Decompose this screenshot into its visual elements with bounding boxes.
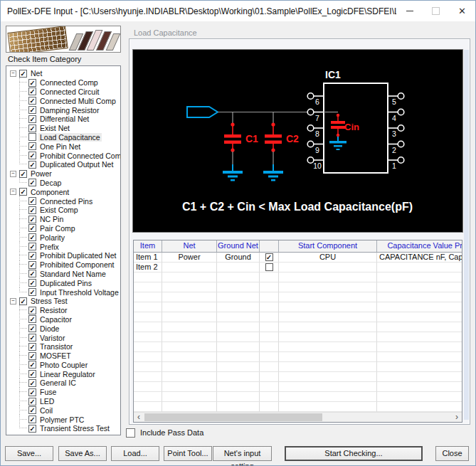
- tree-item-net[interactable]: −✓Net: [9, 69, 120, 78]
- cell-item-6[interactable]: [134, 302, 162, 312]
- cell-ground-net-10[interactable]: [217, 342, 260, 352]
- checkbox[interactable]: ✓: [28, 261, 36, 269]
- maximize-button[interactable]: [423, 1, 449, 21]
- tree-item-damping-resistor[interactable]: ✓Damping Resistor: [9, 105, 120, 115]
- cell-net-14[interactable]: [162, 382, 217, 392]
- cell-net-1[interactable]: Power: [162, 253, 217, 263]
- cell-start-component-13[interactable]: [279, 372, 377, 382]
- tree-item-transistor[interactable]: ✓Transistor: [9, 342, 120, 351]
- cell-start-component-9[interactable]: [279, 332, 377, 342]
- row-checkbox[interactable]: [265, 263, 273, 271]
- checkbox[interactable]: ✓: [28, 197, 36, 205]
- cell-item-8[interactable]: [134, 322, 162, 332]
- cell-net-5[interactable]: [162, 292, 217, 302]
- checkbox[interactable]: ✓: [28, 279, 36, 287]
- include-pass-data-checkbox[interactable]: [126, 428, 135, 438]
- tree-item-duplicated-pins[interactable]: ✓Duplicated Pins: [9, 278, 120, 287]
- tree-item-load-capacitance[interactable]: Load Capacitance: [9, 133, 120, 142]
- cell-ground-net-9[interactable]: [217, 332, 260, 342]
- checkbox[interactable]: ✓: [28, 425, 36, 433]
- checkbox[interactable]: ✓: [28, 334, 36, 341]
- scroll-left-button[interactable]: ‹: [134, 413, 144, 422]
- tree-item-connected-pins[interactable]: ✓Connected Pins: [9, 196, 120, 206]
- tree-item-polarity[interactable]: ✓Polarity: [9, 233, 120, 242]
- cell-net-9[interactable]: [162, 332, 217, 342]
- cell-net-12[interactable]: [162, 362, 217, 372]
- tree-item-connected-circuit[interactable]: ✓Connected Circuit: [9, 88, 120, 97]
- cell-start-component-4[interactable]: [279, 282, 377, 292]
- checkbox[interactable]: ✓: [28, 379, 36, 387]
- checkbox[interactable]: ✓: [28, 243, 36, 250]
- cell-capacitance-value-pr-11[interactable]: [377, 352, 462, 362]
- cell-blank-7[interactable]: [260, 312, 279, 322]
- cell-net-13[interactable]: [162, 372, 217, 382]
- cell-net-4[interactable]: [162, 282, 217, 292]
- cell-start-component-5[interactable]: [279, 292, 377, 302]
- tree-item-exist-net[interactable]: ✓Exist Net: [9, 124, 120, 133]
- cell-ground-net-12[interactable]: [217, 362, 260, 372]
- cell-blank-10[interactable]: [260, 342, 279, 352]
- horizontal-scrollbar[interactable]: ‹ ›: [134, 412, 462, 422]
- tree-item-general-ic[interactable]: ✓General IC: [9, 378, 120, 388]
- tree-item-pair-comp[interactable]: ✓Pair Comp: [9, 224, 120, 233]
- cell-ground-net-14[interactable]: [217, 382, 260, 392]
- cell-blank-11[interactable]: [260, 352, 279, 362]
- tree-item-prohibit-duplicated-net[interactable]: ✓Prohibit Duplicated Net: [9, 251, 120, 260]
- checkbox[interactable]: ✓: [28, 324, 36, 332]
- cell-item-4[interactable]: [134, 282, 162, 292]
- cell-capacitance-value-pr-6[interactable]: [377, 302, 462, 312]
- close-button[interactable]: ✕: [449, 1, 475, 21]
- tree-item-power[interactable]: −✓Power: [9, 169, 120, 179]
- checkbox[interactable]: ✓: [28, 315, 36, 323]
- tree-item-input-threshold-voltage[interactable]: ✓Input Threshold Voltage: [9, 287, 120, 297]
- cell-start-component-7[interactable]: [279, 312, 377, 322]
- checkbox[interactable]: ✓: [28, 398, 36, 406]
- scroll-right-button[interactable]: ›: [452, 413, 462, 422]
- vertical-scrollbar-track[interactable]: [464, 50, 469, 420]
- cell-blank-8[interactable]: [260, 322, 279, 332]
- cell-start-component-3[interactable]: [279, 272, 377, 282]
- cell-capacitance-value-pr-13[interactable]: [377, 372, 462, 382]
- cell-capacitance-value-pr-1[interactable]: CAPACITANCE nF, Capa: [377, 253, 462, 263]
- save-button[interactable]: Save...: [5, 446, 53, 461]
- cell-blank-15[interactable]: [260, 392, 279, 402]
- cell-blank-14[interactable]: [260, 382, 279, 392]
- cell-item-1[interactable]: Item 1: [134, 253, 162, 263]
- cell-start-component-2[interactable]: [279, 263, 377, 272]
- cell-item-16[interactable]: [134, 402, 162, 412]
- tree-item-led[interactable]: ✓LED: [9, 397, 120, 406]
- collapse-icon[interactable]: −: [10, 298, 16, 305]
- cell-start-component-10[interactable]: [279, 342, 377, 352]
- cell-net-6[interactable]: [162, 302, 217, 312]
- start-checking-button[interactable]: Start Checking...: [285, 446, 423, 461]
- cell-start-component-16[interactable]: [279, 402, 377, 412]
- cell-ground-net-13[interactable]: [217, 372, 260, 382]
- cell-capacitance-value-pr-8[interactable]: [377, 322, 462, 332]
- cell-start-component-12[interactable]: [279, 362, 377, 372]
- save-as-button[interactable]: Save As...: [58, 446, 107, 461]
- tree-item-varistor[interactable]: ✓Varistor: [9, 333, 120, 342]
- cell-item-7[interactable]: [134, 312, 162, 322]
- cell-net-2[interactable]: [162, 263, 217, 272]
- checkbox[interactable]: ✓: [19, 297, 27, 305]
- cell-item-11[interactable]: [134, 352, 162, 362]
- cell-blank-16[interactable]: [260, 402, 279, 412]
- tree-item-transient-stress-test[interactable]: ✓Transient Stress Test: [9, 424, 120, 433]
- close-dialog-button[interactable]: Close: [435, 446, 469, 461]
- cell-blank-6[interactable]: [260, 302, 279, 312]
- cell-blank-13[interactable]: [260, 372, 279, 382]
- cell-capacitance-value-pr-15[interactable]: [377, 392, 462, 402]
- tree-item-stress-test[interactable]: −✓Stress Test: [9, 297, 120, 306]
- row-checkbox[interactable]: ✓: [265, 253, 273, 261]
- cell-capacitance-value-pr-10[interactable]: [377, 342, 462, 352]
- tree-item-fuse[interactable]: ✓Fuse: [9, 388, 120, 397]
- cell-start-component-15[interactable]: [279, 392, 377, 402]
- checkbox[interactable]: ✓: [19, 188, 27, 196]
- cell-blank-2[interactable]: [260, 263, 279, 272]
- checkbox[interactable]: ✓: [28, 415, 36, 423]
- cell-blank-12[interactable]: [260, 362, 279, 372]
- cell-net-16[interactable]: [162, 402, 217, 412]
- cell-capacitance-value-pr-5[interactable]: [377, 292, 462, 302]
- minimize-button[interactable]: [396, 1, 423, 21]
- tree-item-capacitor[interactable]: ✓Capacitor: [9, 315, 120, 324]
